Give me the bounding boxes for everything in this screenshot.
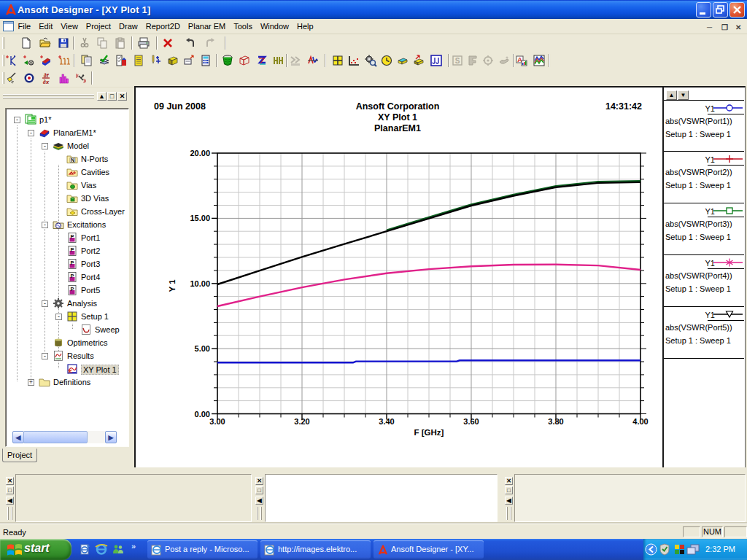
svg-text:XY Plot 1: XY Plot 1 xyxy=(378,112,417,122)
svg-text:3.00: 3.00 xyxy=(209,417,225,426)
svg-text:∂x: ∂x xyxy=(43,79,50,85)
svg-text:14:31:42: 14:31:42 xyxy=(605,101,642,112)
svg-text:Ansoft Corporation: Ansoft Corporation xyxy=(356,101,440,112)
svg-text:3.80: 3.80 xyxy=(548,417,563,426)
svg-text:3.60: 3.60 xyxy=(463,417,479,426)
svg-text:09 Jun 2008: 09 Jun 2008 xyxy=(154,101,206,112)
svg-text:0.00: 0.00 xyxy=(195,410,210,419)
svg-text:3.40: 3.40 xyxy=(379,417,394,426)
svg-text:15.00: 15.00 xyxy=(190,214,210,222)
svg-text:5.00: 5.00 xyxy=(195,344,210,353)
svg-text:10.00: 10.00 xyxy=(190,279,210,288)
svg-text:Y 1: Y 1 xyxy=(168,279,177,292)
svg-text:20.00: 20.00 xyxy=(190,149,210,158)
svg-text:3.20: 3.20 xyxy=(294,417,309,426)
svg-text:4.00: 4.00 xyxy=(632,417,648,426)
svg-text:S: S xyxy=(455,57,460,65)
svg-text:F [GHz]: F [GHz] xyxy=(414,428,444,437)
svg-text:PlanarEM1: PlanarEM1 xyxy=(374,123,421,133)
